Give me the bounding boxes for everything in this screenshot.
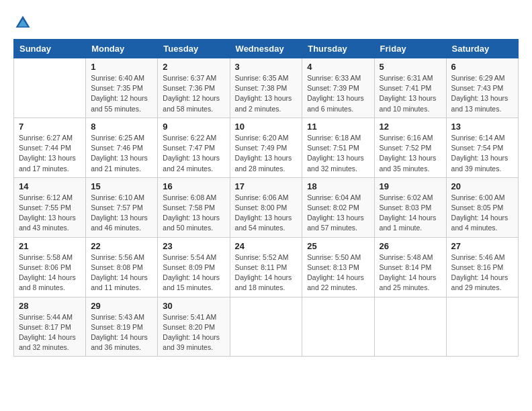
header [13,13,519,32]
day-info: Sunrise: 6:10 AM Sunset: 7:57 PM Dayligh… [91,193,152,234]
day-number: 11 [307,122,369,132]
calendar-cell: 21Sunrise: 5:58 AM Sunset: 8:06 PM Dayli… [14,237,86,297]
calendar-cell [302,297,374,357]
calendar-cell: 10Sunrise: 6:20 AM Sunset: 7:49 PM Dayli… [230,118,302,177]
day-info: Sunrise: 6:12 AM Sunset: 7:55 PM Dayligh… [19,193,81,234]
day-info: Sunrise: 6:14 AM Sunset: 7:54 PM Dayligh… [451,133,513,174]
day-number: 13 [451,122,513,132]
calendar-cell: 17Sunrise: 6:06 AM Sunset: 8:00 PM Dayli… [230,177,302,237]
header-day-sunday: Sunday [14,40,86,58]
calendar-cell: 26Sunrise: 5:48 AM Sunset: 8:14 PM Dayli… [374,237,446,297]
day-info: Sunrise: 6:40 AM Sunset: 7:35 PM Dayligh… [91,73,152,114]
day-info: Sunrise: 6:29 AM Sunset: 7:43 PM Dayligh… [451,73,513,114]
calendar-cell: 16Sunrise: 6:08 AM Sunset: 7:58 PM Dayli… [158,177,230,237]
day-number: 25 [307,241,369,251]
calendar-cell: 6Sunrise: 6:29 AM Sunset: 7:43 PM Daylig… [446,58,518,118]
day-info: Sunrise: 5:44 AM Sunset: 8:17 PM Dayligh… [19,312,81,353]
day-info: Sunrise: 5:50 AM Sunset: 8:13 PM Dayligh… [307,253,369,293]
calendar-cell: 1Sunrise: 6:40 AM Sunset: 7:35 PM Daylig… [86,58,158,118]
logo [13,13,35,32]
day-number: 23 [163,241,224,251]
day-info: Sunrise: 5:46 AM Sunset: 8:16 PM Dayligh… [451,253,513,293]
day-number: 5 [380,62,441,72]
calendar-cell [374,297,446,357]
header-day-wednesday: Wednesday [230,40,302,58]
calendar-cell: 27Sunrise: 5:46 AM Sunset: 8:16 PM Dayli… [446,237,518,297]
day-info: Sunrise: 6:04 AM Sunset: 8:02 PM Dayligh… [307,193,369,234]
calendar-cell [446,297,518,357]
calendar-cell: 13Sunrise: 6:14 AM Sunset: 7:54 PM Dayli… [446,118,518,177]
calendar-cell: 22Sunrise: 5:56 AM Sunset: 8:08 PM Dayli… [86,237,158,297]
day-number: 29 [91,301,152,311]
day-number: 19 [380,181,441,191]
day-number: 1 [91,62,152,72]
calendar-cell: 4Sunrise: 6:33 AM Sunset: 7:39 PM Daylig… [302,58,374,118]
day-info: Sunrise: 5:48 AM Sunset: 8:14 PM Dayligh… [380,253,441,293]
day-info: Sunrise: 6:35 AM Sunset: 7:38 PM Dayligh… [235,73,298,114]
day-number: 28 [19,301,81,311]
calendar-cell: 2Sunrise: 6:37 AM Sunset: 7:36 PM Daylig… [158,58,230,118]
day-number: 10 [235,122,298,132]
calendar-cell: 15Sunrise: 6:10 AM Sunset: 7:57 PM Dayli… [86,177,158,237]
day-number: 18 [307,181,369,191]
calendar-cell: 23Sunrise: 5:54 AM Sunset: 8:09 PM Dayli… [158,237,230,297]
day-number: 24 [235,241,298,251]
calendar-cell: 25Sunrise: 5:50 AM Sunset: 8:13 PM Dayli… [302,237,374,297]
calendar-cell [14,58,86,118]
calendar-cell: 29Sunrise: 5:43 AM Sunset: 8:19 PM Dayli… [86,297,158,357]
day-info: Sunrise: 6:22 AM Sunset: 7:47 PM Dayligh… [163,133,224,174]
header-day-saturday: Saturday [446,40,518,58]
day-number: 2 [163,62,224,72]
day-info: Sunrise: 6:31 AM Sunset: 7:41 PM Dayligh… [380,73,441,114]
day-number: 4 [307,62,369,72]
week-row-3: 14Sunrise: 6:12 AM Sunset: 7:55 PM Dayli… [14,177,519,237]
day-number: 20 [451,181,513,191]
day-info: Sunrise: 5:43 AM Sunset: 8:19 PM Dayligh… [91,312,152,353]
logo-icon [13,13,32,32]
day-info: Sunrise: 5:54 AM Sunset: 8:09 PM Dayligh… [163,253,224,293]
calendar-cell: 8Sunrise: 6:25 AM Sunset: 7:46 PM Daylig… [86,118,158,177]
header-row: SundayMondayTuesdayWednesdayThursdayFrid… [14,40,519,58]
header-day-friday: Friday [374,40,446,58]
calendar-cell: 11Sunrise: 6:18 AM Sunset: 7:51 PM Dayli… [302,118,374,177]
calendar-cell: 24Sunrise: 5:52 AM Sunset: 8:11 PM Dayli… [230,237,302,297]
calendar-cell: 5Sunrise: 6:31 AM Sunset: 7:41 PM Daylig… [374,58,446,118]
day-number: 3 [235,62,298,72]
day-number: 27 [451,241,513,251]
day-number: 26 [380,241,441,251]
day-number: 21 [19,241,81,251]
day-number: 22 [91,241,152,251]
calendar-cell: 30Sunrise: 5:41 AM Sunset: 8:20 PM Dayli… [158,297,230,357]
calendar-cell: 3Sunrise: 6:35 AM Sunset: 7:38 PM Daylig… [230,58,302,118]
calendar-cell: 19Sunrise: 6:02 AM Sunset: 8:03 PM Dayli… [374,177,446,237]
day-number: 14 [19,181,81,191]
day-number: 7 [19,122,81,132]
day-info: Sunrise: 6:18 AM Sunset: 7:51 PM Dayligh… [307,133,369,174]
day-info: Sunrise: 6:02 AM Sunset: 8:03 PM Dayligh… [380,193,441,234]
calendar-cell [230,297,302,357]
day-info: Sunrise: 6:25 AM Sunset: 7:46 PM Dayligh… [91,133,152,174]
day-info: Sunrise: 5:41 AM Sunset: 8:20 PM Dayligh… [163,312,224,353]
day-info: Sunrise: 6:16 AM Sunset: 7:52 PM Dayligh… [380,133,441,174]
week-row-5: 28Sunrise: 5:44 AM Sunset: 8:17 PM Dayli… [14,297,519,357]
calendar-cell: 14Sunrise: 6:12 AM Sunset: 7:55 PM Dayli… [14,177,86,237]
day-info: Sunrise: 6:27 AM Sunset: 7:44 PM Dayligh… [19,133,81,174]
day-number: 8 [91,122,152,132]
calendar-cell: 20Sunrise: 6:00 AM Sunset: 8:05 PM Dayli… [446,177,518,237]
day-number: 30 [163,301,224,311]
day-number: 17 [235,181,298,191]
day-info: Sunrise: 6:08 AM Sunset: 7:58 PM Dayligh… [163,193,224,234]
calendar-cell: 18Sunrise: 6:04 AM Sunset: 8:02 PM Dayli… [302,177,374,237]
calendar-cell: 9Sunrise: 6:22 AM Sunset: 7:47 PM Daylig… [158,118,230,177]
calendar-table: SundayMondayTuesdayWednesdayThursdayFrid… [13,39,519,357]
week-row-1: 1Sunrise: 6:40 AM Sunset: 7:35 PM Daylig… [14,58,519,118]
day-info: Sunrise: 5:58 AM Sunset: 8:06 PM Dayligh… [19,253,81,293]
day-number: 9 [163,122,224,132]
header-day-thursday: Thursday [302,40,374,58]
day-info: Sunrise: 6:06 AM Sunset: 8:00 PM Dayligh… [235,193,298,234]
header-day-monday: Monday [86,40,158,58]
calendar-cell: 12Sunrise: 6:16 AM Sunset: 7:52 PM Dayli… [374,118,446,177]
day-info: Sunrise: 6:00 AM Sunset: 8:05 PM Dayligh… [451,193,513,234]
day-info: Sunrise: 6:37 AM Sunset: 7:36 PM Dayligh… [163,73,224,114]
calendar-cell: 7Sunrise: 6:27 AM Sunset: 7:44 PM Daylig… [14,118,86,177]
